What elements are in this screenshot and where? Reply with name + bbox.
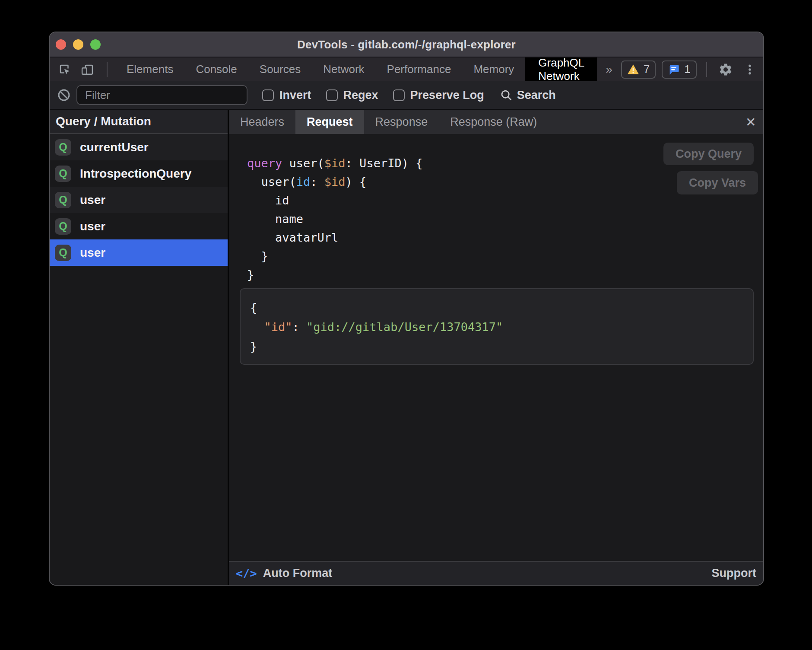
list-item-user-3-selected[interactable]: Q user bbox=[50, 239, 228, 266]
tab-graphql-network[interactable]: GraphQL Network bbox=[525, 57, 597, 81]
invert-checkbox[interactable]: Invert bbox=[262, 89, 311, 102]
search-icon bbox=[500, 89, 513, 102]
query-type-badge: Q bbox=[55, 245, 71, 261]
tab-elements[interactable]: Elements bbox=[115, 57, 184, 81]
device-toolbar-icon[interactable] bbox=[81, 63, 94, 76]
sidebar-header: Query / Mutation bbox=[50, 110, 228, 134]
query-type-badge: Q bbox=[55, 166, 71, 182]
list-item-label: currentUser bbox=[80, 140, 149, 154]
code-brackets-icon: </> bbox=[236, 567, 257, 580]
list-item-introspectionquery[interactable]: Q IntrospectionQuery bbox=[50, 160, 228, 187]
settings-gear-icon[interactable] bbox=[717, 61, 735, 79]
tab-console[interactable]: Console bbox=[184, 57, 248, 81]
copy-query-button[interactable]: Copy Query bbox=[663, 143, 754, 165]
detail-tabs: Headers Request Response Response (Raw) … bbox=[229, 110, 763, 134]
badges-divider bbox=[706, 62, 707, 77]
clear-filter-icon[interactable] bbox=[57, 88, 71, 102]
devtools-toolbar: Elements Console Sources Network Perform… bbox=[50, 57, 763, 81]
copy-vars-button[interactable]: Copy Vars bbox=[677, 171, 758, 194]
auto-format-label: Auto Format bbox=[263, 567, 332, 580]
inspect-element-icon[interactable] bbox=[58, 63, 71, 76]
messages-badge[interactable]: 1 bbox=[662, 61, 696, 79]
tab-network[interactable]: Network bbox=[312, 57, 375, 81]
request-list-sidebar: Query / Mutation Q currentUser Q Introsp… bbox=[50, 110, 229, 585]
issues-warning-badge[interactable]: 7 bbox=[621, 61, 656, 79]
tab-sources[interactable]: Sources bbox=[248, 57, 312, 81]
filter-input[interactable] bbox=[76, 85, 247, 105]
list-item-label: user bbox=[80, 220, 105, 233]
panel-footer: </> Auto Format Support bbox=[229, 561, 763, 585]
filter-bar: Invert Regex Preserve Log Search bbox=[50, 81, 763, 110]
query-type-badge: Q bbox=[55, 218, 71, 235]
auto-format-button[interactable]: </> Auto Format bbox=[236, 567, 332, 580]
warning-triangle-icon bbox=[627, 64, 639, 75]
query-type-badge: Q bbox=[55, 139, 71, 156]
search-label: Search bbox=[517, 89, 556, 102]
regex-checkbox[interactable]: Regex bbox=[326, 89, 378, 102]
sidebar-header-label: Query / Mutation bbox=[56, 115, 151, 128]
tab-performance[interactable]: Performance bbox=[376, 57, 463, 81]
support-link[interactable]: Support bbox=[712, 567, 756, 580]
request-detail-panel: Headers Request Response Response (Raw) … bbox=[229, 110, 763, 585]
kebab-menu-icon[interactable] bbox=[741, 61, 759, 79]
list-item-label: IntrospectionQuery bbox=[80, 167, 191, 181]
query-variables-box: { "id": "gid://gitlab/User/13704317"} bbox=[240, 288, 754, 365]
warning-count: 7 bbox=[644, 63, 650, 76]
preserve-log-label: Preserve Log bbox=[410, 89, 484, 102]
title-bar: DevTools - gitlab.com/-/graphql-explorer bbox=[50, 32, 763, 57]
regex-label: Regex bbox=[343, 89, 378, 102]
traffic-lights bbox=[56, 32, 101, 57]
tab-response[interactable]: Response bbox=[364, 110, 439, 134]
list-item-user-1[interactable]: Q user bbox=[50, 187, 228, 213]
message-count: 1 bbox=[684, 63, 690, 76]
invert-checkbox-box[interactable] bbox=[262, 89, 274, 101]
minimize-window-button[interactable] bbox=[73, 39, 83, 50]
list-item-currentuser[interactable]: Q currentUser bbox=[50, 134, 228, 160]
preserve-log-checkbox-box[interactable] bbox=[393, 89, 405, 101]
tab-request[interactable]: Request bbox=[295, 110, 364, 134]
list-item-user-2[interactable]: Q user bbox=[50, 213, 228, 239]
regex-checkbox-box[interactable] bbox=[326, 89, 338, 101]
devtools-window: DevTools - gitlab.com/-/graphql-explorer… bbox=[49, 32, 764, 586]
zoom-window-button[interactable] bbox=[90, 39, 101, 50]
search-control[interactable]: Search bbox=[500, 89, 556, 102]
window-title: DevTools - gitlab.com/-/graphql-explorer bbox=[297, 38, 516, 51]
request-code-area: query user($id: UserID) { user(id: $id) … bbox=[229, 134, 763, 561]
preserve-log-checkbox[interactable]: Preserve Log bbox=[393, 89, 484, 102]
chat-bubble-icon bbox=[668, 64, 680, 76]
toolbar-divider bbox=[107, 62, 108, 77]
more-tabs-chevron-icon[interactable]: » bbox=[597, 57, 621, 81]
close-window-button[interactable] bbox=[56, 39, 66, 50]
close-detail-icon[interactable]: ✕ bbox=[745, 110, 756, 134]
list-item-label: user bbox=[80, 246, 105, 260]
tab-memory[interactable]: Memory bbox=[462, 57, 525, 81]
tab-headers[interactable]: Headers bbox=[229, 110, 295, 134]
query-type-badge: Q bbox=[55, 192, 71, 208]
tab-response-raw[interactable]: Response (Raw) bbox=[439, 110, 548, 134]
list-item-label: user bbox=[80, 193, 105, 207]
invert-label: Invert bbox=[279, 89, 311, 102]
